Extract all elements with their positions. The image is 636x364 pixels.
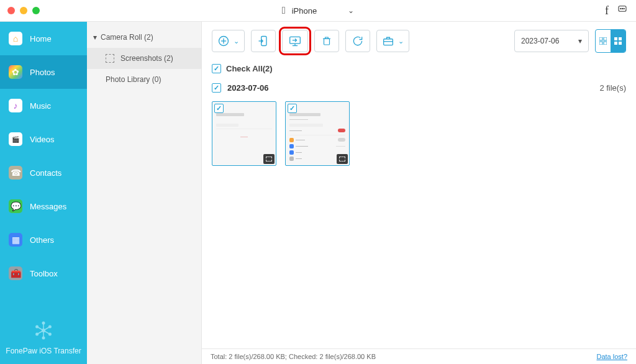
album-photo-library[interactable]: Photo Library (0) xyxy=(87,69,201,90)
contacts-icon: ☎ xyxy=(9,166,22,180)
svg-line-13 xyxy=(37,327,43,330)
album-label: Screenshots (2) xyxy=(120,54,173,63)
plus-circle-icon xyxy=(217,35,230,47)
thumbnail-item[interactable]: ✓ —————— ———— ——— ——————— —— —— xyxy=(285,101,350,166)
sidebar-item-label: Home xyxy=(30,34,52,43)
sidebar-item-others[interactable]: ▦ Others xyxy=(0,223,87,257)
sidebar-item-videos[interactable]: 🎬 Videos xyxy=(0,122,87,156)
device-name: iPhone xyxy=(292,6,317,16)
checkbox-icon[interactable]: ✓ xyxy=(288,104,297,113)
sidebar-nav: ⌂ Home ✿ Photos ♪ Music 🎬 Videos ☎ Conta… xyxy=(0,22,87,364)
view-grid-button[interactable] xyxy=(611,30,625,52)
sidebar-item-music[interactable]: ♪ Music xyxy=(0,89,87,122)
thumbnail-item[interactable]: ✓ —— xyxy=(212,101,276,166)
apple-logo-icon:  xyxy=(282,5,286,16)
facebook-icon[interactable]: f xyxy=(605,4,609,17)
svg-rect-25 xyxy=(384,39,393,45)
svg-point-3 xyxy=(624,8,624,9)
svg-rect-33 xyxy=(614,42,617,45)
refresh-button[interactable] xyxy=(345,30,370,52)
svg-line-15 xyxy=(37,330,43,334)
minimize-window-button[interactable] xyxy=(20,7,27,14)
album-camera-roll[interactable]: ▾ Camera Roll (2) xyxy=(87,27,201,48)
sidebar-item-label: Photos xyxy=(30,68,55,77)
status-text: Total: 2 file(s)/268.00 KB; Checked: 2 f… xyxy=(211,353,376,360)
delete-button[interactable] xyxy=(314,30,339,52)
svg-rect-28 xyxy=(604,37,607,40)
checkbox-icon[interactable]: ✓ xyxy=(214,104,224,113)
checkbox-icon[interactable]: ✓ xyxy=(212,83,221,93)
svg-point-2 xyxy=(622,8,622,9)
briefcase-icon xyxy=(382,35,394,47)
chevron-down-icon: ⌄ xyxy=(348,6,354,15)
svg-rect-29 xyxy=(599,42,602,45)
date-filter[interactable]: 2023-07-06 ▾ xyxy=(514,30,589,52)
status-bar: Total: 2 file(s)/268.00 KB; Checked: 2 f… xyxy=(202,348,636,364)
svg-line-16 xyxy=(43,330,50,334)
data-lost-link[interactable]: Data lost? xyxy=(596,353,627,360)
sidebar-item-label: Music xyxy=(30,101,51,111)
svg-rect-34 xyxy=(619,42,622,45)
export-to-pc-button[interactable] xyxy=(282,30,308,52)
sidebar-item-messages[interactable]: 💬 Messages xyxy=(0,189,87,223)
sidebar-item-label: Messages xyxy=(30,202,66,211)
videos-icon: 🎬 xyxy=(9,132,22,146)
brand-footer: FonePaw iOS Transfer xyxy=(0,318,87,364)
check-all-row[interactable]: ✓ Check All(2) xyxy=(202,60,636,80)
screenshot-badge-icon xyxy=(263,154,275,164)
svg-rect-31 xyxy=(614,37,617,40)
view-list-button[interactable] xyxy=(596,30,611,52)
photos-icon: ✿ xyxy=(9,65,22,79)
toolbox-icon: 🧰 xyxy=(9,266,22,280)
sidebar-item-photos[interactable]: ✿ Photos xyxy=(0,55,87,89)
add-button[interactable]: ⌄ xyxy=(212,30,245,52)
checkbox-icon[interactable]: ✓ xyxy=(212,64,221,73)
window-controls xyxy=(7,7,40,14)
sidebar-item-toolbox[interactable]: 🧰 Toolbox xyxy=(0,257,87,290)
toolbox-button[interactable]: ⌄ xyxy=(376,30,409,52)
grid-small-icon xyxy=(599,37,607,45)
main-panel: ⌄ ⌄ 2023-07-06 ▾ xyxy=(202,22,636,364)
trash-icon xyxy=(321,35,332,47)
svg-point-1 xyxy=(620,8,621,9)
view-toggle xyxy=(595,29,626,53)
album-sidebar: ▾ Camera Roll (2) Screenshots (2) Photo … xyxy=(87,22,202,364)
group-date: 2023-07-06 xyxy=(227,83,269,93)
brand-logo-icon xyxy=(31,318,56,343)
chevron-down-icon: ▾ xyxy=(578,37,582,45)
sidebar-item-label: Toolbox xyxy=(30,269,58,278)
thumbnail-grid: ✓ —— ✓ —————— ———— ——— xyxy=(202,96,636,171)
export-pc-icon xyxy=(288,35,302,47)
album-screenshots[interactable]: Screenshots (2) xyxy=(87,48,201,69)
sidebar-item-label: Videos xyxy=(30,135,55,144)
brand-name: FonePaw iOS Transfer xyxy=(6,347,81,355)
album-label: Photo Library (0) xyxy=(106,75,161,84)
svg-rect-24 xyxy=(324,39,330,45)
sidebar-item-label: Contacts xyxy=(30,168,61,178)
check-all-label: Check All(2) xyxy=(226,64,273,73)
chevron-down-icon: ⌄ xyxy=(234,37,239,45)
album-label: Camera Roll (2) xyxy=(101,33,153,42)
feedback-icon[interactable] xyxy=(617,4,627,17)
others-icon: ▦ xyxy=(9,233,22,247)
group-count: 2 file(s) xyxy=(599,83,626,93)
close-window-button[interactable] xyxy=(7,7,15,14)
sidebar-item-contacts[interactable]: ☎ Contacts xyxy=(0,156,87,189)
title-bar:  iPhone ⌄ f xyxy=(0,0,636,22)
svg-rect-30 xyxy=(604,42,607,45)
fullscreen-window-button[interactable] xyxy=(32,7,40,14)
sidebar-item-label: Others xyxy=(30,235,54,245)
export-to-phone-button[interactable] xyxy=(251,30,276,52)
date-group-header: ✓ 2023-07-06 2 file(s) xyxy=(202,80,636,96)
device-picker[interactable]:  iPhone ⌄ xyxy=(275,2,361,19)
messages-icon: 💬 xyxy=(9,199,22,213)
svg-line-14 xyxy=(43,327,50,330)
home-icon: ⌂ xyxy=(9,32,22,45)
export-phone-icon xyxy=(257,35,270,47)
chevron-down-icon: ⌄ xyxy=(398,37,404,45)
screenshot-badge-icon xyxy=(337,154,348,164)
toolbar: ⌄ ⌄ 2023-07-06 ▾ xyxy=(202,22,636,60)
sidebar-item-home[interactable]: ⌂ Home xyxy=(0,22,87,55)
svg-rect-27 xyxy=(599,37,602,40)
screenshot-icon xyxy=(106,54,114,63)
